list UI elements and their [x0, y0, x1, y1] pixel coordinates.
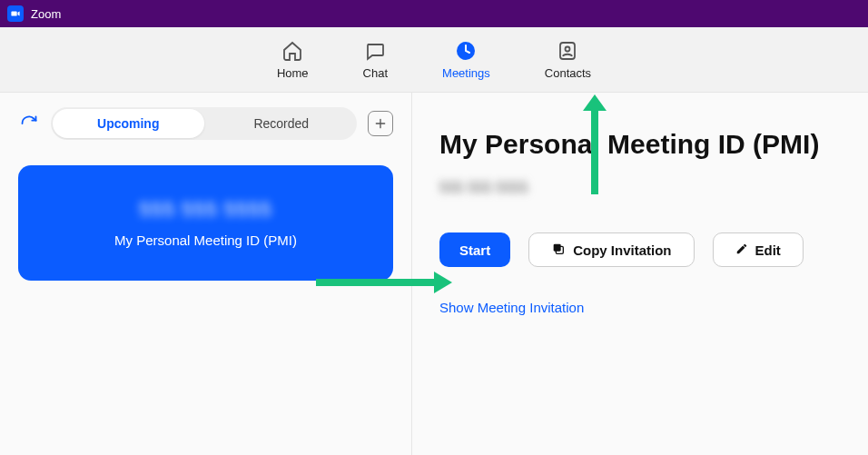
nav-meetings-label: Meetings: [442, 66, 490, 80]
nav-chat[interactable]: Chat: [363, 39, 388, 80]
tab-upcoming[interactable]: Upcoming: [53, 109, 204, 138]
pencil-icon: [735, 242, 748, 258]
chat-icon: [363, 39, 387, 63]
sidebar-tabs: Upcoming Recorded: [51, 107, 357, 140]
nav-chat-label: Chat: [363, 66, 388, 80]
nav-home-label: Home: [277, 66, 309, 80]
refresh-icon[interactable]: [18, 113, 40, 134]
detail-pane: My Personal Meeting ID (PMI) 555 555 555…: [412, 93, 868, 455]
nav-home[interactable]: Home: [277, 39, 309, 80]
pmi-card-number: 555 555 5555: [139, 198, 272, 222]
sidebar-top: Upcoming Recorded: [18, 107, 393, 140]
content: Upcoming Recorded 555 555 5555 My Person…: [0, 93, 868, 455]
copy-invitation-button[interactable]: Copy Invitation: [528, 232, 694, 267]
add-meeting-button[interactable]: [368, 111, 393, 136]
svg-rect-4: [554, 243, 561, 251]
nav-contacts-label: Contacts: [545, 66, 591, 80]
titlebar: Zoom: [0, 0, 868, 27]
nav-contacts[interactable]: Contacts: [545, 39, 591, 80]
copy-invitation-label: Copy Invitation: [573, 242, 671, 258]
home-icon: [281, 39, 304, 63]
action-row: Start Copy Invitation Edit: [439, 232, 841, 267]
edit-label: Edit: [755, 242, 781, 258]
detail-pmi-number: 555 555 5555: [439, 180, 528, 196]
window-title: Zoom: [31, 7, 61, 21]
contacts-icon: [556, 39, 579, 63]
edit-button[interactable]: Edit: [713, 232, 804, 267]
copy-icon: [551, 242, 566, 259]
show-invitation-link[interactable]: Show Meeting Invitation: [439, 300, 841, 315]
sidebar: Upcoming Recorded 555 555 5555 My Person…: [0, 93, 412, 455]
nav-meetings[interactable]: Meetings: [442, 39, 490, 80]
zoom-logo: [7, 5, 24, 22]
tab-recorded[interactable]: Recorded: [206, 109, 358, 138]
svg-point-2: [566, 47, 570, 52]
top-nav: Home Chat Meetings Contacts: [0, 27, 868, 93]
pmi-card[interactable]: 555 555 5555 My Personal Meeting ID (PMI…: [18, 165, 393, 281]
start-button[interactable]: Start: [439, 232, 510, 267]
page-title: My Personal Meeting ID (PMI): [439, 129, 841, 160]
pmi-card-label: My Personal Meeting ID (PMI): [36, 232, 375, 248]
clock-icon: [454, 39, 478, 63]
